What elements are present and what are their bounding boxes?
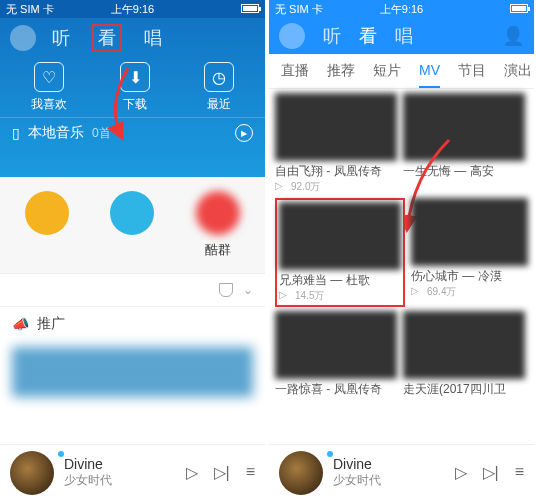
circle-2[interactable] [110,191,154,259]
mic-row[interactable]: ⌄ [0,273,265,306]
subtabs: 直播 推荐 短片 MV 节目 演出 [269,54,534,89]
profile-avatar[interactable] [279,23,305,49]
play-count-icon: ▷ [411,285,419,299]
play-button[interactable]: ▷ [186,463,198,482]
mv-list: 自由飞翔 - 凤凰传奇 ▷92.0万 一生无悔 — 高安 兄弟难当 — 杜歌 ▷… [269,89,534,462]
album-art[interactable] [10,451,54,495]
tab-sing[interactable]: 唱 [395,24,413,48]
local-count: 0首 [92,125,111,142]
indicator-dot [327,451,333,457]
mv-thumb [275,93,397,161]
local-music-row[interactable]: ▯ 本地音乐 0首 › ▶ [0,117,265,148]
right-phone: 无 SIM 卡 上午9:16 听 看 唱 👤 直播 推荐 短片 MV 节目 演出… [269,0,534,500]
status-bar: 无 SIM 卡 上午9:16 [0,0,265,18]
mv-thumb [279,202,401,270]
top-header: 听 看 唱 👤 [269,18,534,54]
now-playing-bar[interactable]: Divine 少女时代 ▷ ▷| ≡ [0,444,265,500]
mv-item[interactable]: 走天涯(2017四川卫 [403,311,525,398]
carrier: 无 SIM 卡 [6,2,54,17]
local-label: 本地音乐 [28,124,84,142]
quick-favorites[interactable]: ♡我喜欢 [31,62,67,113]
mv-thumb [411,198,528,266]
mv-thumb [275,311,397,379]
phone-icon: ▯ [12,125,20,141]
tab-sing[interactable]: 唱 [144,26,162,50]
mv-item[interactable]: 一生无悔 — 高安 [403,93,525,194]
tab-listen[interactable]: 听 [52,26,70,50]
play-count-icon: ▷ [275,180,283,194]
top-tabs: 听 看 唱 [52,24,162,52]
mv-title: 伤心城市 — 冷漠 [411,268,528,285]
chevron-down-icon: ⌄ [243,283,253,297]
mv-item[interactable]: 一路惊喜 - 凤凰传奇 [275,311,397,398]
left-phone: 无 SIM 卡 上午9:16 听 看 唱 ♡我喜欢 ⬇下载 ◷最近 ▯ 本地音乐… [0,0,265,500]
clock: 上午9:16 [111,2,154,17]
music-note-icon [25,191,69,235]
clock-icon: ◷ [204,62,234,92]
quick-recent[interactable]: ◷最近 [204,62,234,113]
track-title: Divine [333,456,381,472]
user-icon[interactable]: 👤 [502,25,524,47]
mv-title: 一路惊喜 - 凤凰传奇 [275,381,397,398]
download-icon: ⬇ [120,62,150,92]
tab-watch[interactable]: 看 [359,24,377,48]
promo-label: 推广 [37,315,65,333]
play-count-icon: ▷ [279,289,287,303]
subtab-show[interactable]: 节目 [458,62,486,80]
mv-title: 兄弟难当 — 杜歌 [279,272,401,289]
mv-item[interactable]: 自由飞翔 - 凤凰传奇 ▷92.0万 [275,93,397,194]
track-artist: 少女时代 [64,472,112,489]
quick-download[interactable]: ⬇下载 [120,62,150,113]
battery-icon [506,3,528,15]
track-artist: 少女时代 [333,472,381,489]
indicator-dot [58,451,64,457]
subtab-short[interactable]: 短片 [373,62,401,80]
subtab-recommend[interactable]: 推荐 [327,62,355,80]
play-button[interactable]: ▷ [455,463,467,482]
mv-thumb [403,311,525,379]
subtab-mv[interactable]: MV [419,62,440,80]
playlist-button[interactable]: ≡ [515,463,524,482]
promo-row[interactable]: 📣 推广 [0,306,265,341]
heart-icon: ♡ [34,62,64,92]
next-button[interactable]: ▷| [214,463,230,482]
circle-kuqun[interactable]: 酷群 [196,191,240,259]
subtab-live[interactable]: 直播 [281,62,309,80]
highlight-box: 兄弟难当 — 杜歌 ▷14.5万 [275,198,405,307]
status-bar: 无 SIM 卡 上午9:16 [269,0,534,18]
carrier: 无 SIM 卡 [275,2,323,17]
track-title: Divine [64,456,112,472]
subtab-perf[interactable]: 演出 [504,62,532,80]
next-button[interactable]: ▷| [483,463,499,482]
profile-avatar[interactable] [10,25,36,51]
now-playing-bar[interactable]: Divine 少女时代 ▷ ▷| ≡ [269,444,534,500]
tab-listen[interactable]: 听 [323,24,341,48]
mv-item[interactable]: 伤心城市 — 冷漠 ▷69.4万 [411,198,528,307]
chevron-right-icon: › [119,126,123,140]
mv-item[interactable]: 兄弟难当 — 杜歌 ▷14.5万 [279,202,401,303]
circle-1[interactable] [25,191,69,259]
quick-row: ♡我喜欢 ⬇下载 ◷最近 [0,52,265,117]
hero-header: 听 看 唱 ♡我喜欢 ⬇下载 ◷最近 ▯ 本地音乐 0首 › ▶ [0,18,265,177]
mv-title: 走天涯(2017四川卫 [403,381,525,398]
content-blur [12,347,253,397]
mv-title: 一生无悔 — 高安 [403,163,525,180]
play-icon[interactable]: ▶ [235,124,253,142]
tab-watch[interactable]: 看 [92,24,122,52]
playlist-button[interactable]: ≡ [246,463,255,482]
category-circles: 酷群 [0,177,265,273]
battery-icon [237,3,259,15]
megaphone-icon: 📣 [12,316,29,332]
clock: 上午9:16 [380,2,423,17]
mic-icon [219,283,233,297]
mv-thumb [403,93,525,161]
album-art[interactable] [279,451,323,495]
mv-title: 自由飞翔 - 凤凰传奇 [275,163,397,180]
